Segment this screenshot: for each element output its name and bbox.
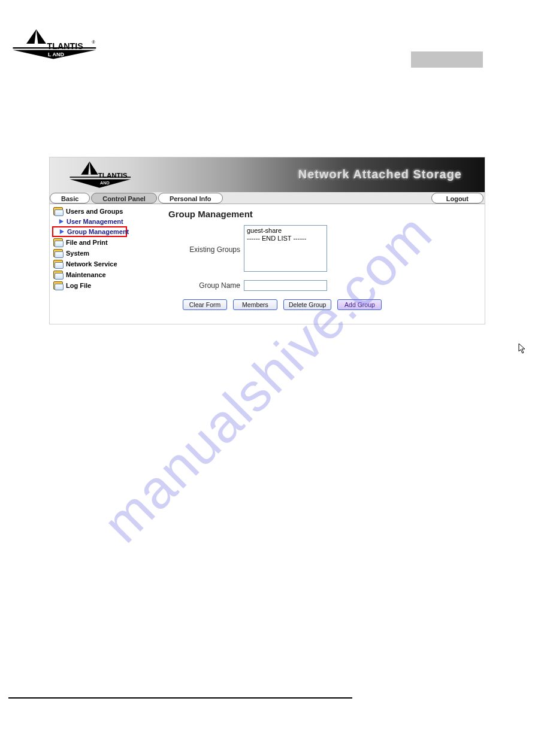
folder-icon bbox=[53, 238, 63, 247]
svg-text:®: ® bbox=[92, 40, 95, 44]
delete-group-button[interactable]: Delete Group bbox=[283, 299, 331, 310]
cursor-icon bbox=[518, 343, 527, 356]
row-group-name: Group Name bbox=[166, 280, 477, 291]
sidebar-item-label: Group Management bbox=[67, 228, 129, 235]
page-title: Group Management bbox=[168, 209, 477, 219]
brand-logo-banner: TLANTIS AND bbox=[67, 159, 132, 192]
list-item[interactable]: guest-share bbox=[247, 227, 324, 235]
header-grey-box bbox=[411, 51, 483, 68]
add-group-button[interactable]: Add Group bbox=[337, 299, 382, 310]
sidebar-item-log-file[interactable]: Log File bbox=[52, 280, 156, 291]
label-existing-groups: Existing Groups bbox=[166, 244, 244, 254]
sidebar-item-maintenance[interactable]: Maintenance bbox=[52, 269, 156, 280]
sidebar-item-label: System bbox=[66, 250, 89, 257]
sidebar-item-label: Users and Groups bbox=[66, 208, 123, 215]
sidebar-item-group-management[interactable]: Group Management bbox=[52, 226, 127, 237]
sidebar-item-users-and-groups[interactable]: Users and Groups bbox=[52, 206, 156, 217]
brand-logo-outer: TLANTIS ® AND L bbox=[8, 28, 98, 66]
bullet-icon bbox=[59, 219, 64, 224]
sidebar-item-label: Network Service bbox=[66, 260, 117, 268]
members-button[interactable]: Members bbox=[233, 299, 277, 310]
folder-icon bbox=[53, 260, 63, 268]
folder-icon bbox=[53, 271, 63, 279]
bullet-icon bbox=[59, 229, 64, 234]
banner: TLANTIS AND Network Attached Storage bbox=[50, 157, 485, 192]
folder-icon bbox=[53, 207, 63, 215]
existing-groups-listbox[interactable]: guest-share ------ END LIST ------ bbox=[244, 225, 327, 272]
tab-basic[interactable]: Basic bbox=[50, 193, 90, 204]
sidebar-item-label: Log File bbox=[66, 282, 91, 289]
admin-ui-screenshot: TLANTIS AND Network Attached Storage Bas… bbox=[49, 157, 485, 324]
main-panel: Group Management Existing Groups guest-s… bbox=[159, 204, 485, 324]
svg-text:TLANTIS: TLANTIS bbox=[98, 172, 128, 179]
sidebar-item-system[interactable]: System bbox=[52, 248, 156, 259]
atlantis-land-banner-icon: TLANTIS AND bbox=[67, 159, 132, 192]
tab-logout[interactable]: Logout bbox=[431, 193, 483, 204]
sidebar-item-label: File and Print bbox=[66, 239, 108, 246]
button-row: Clear Form Members Delete Group Add Grou… bbox=[183, 299, 477, 310]
tab-bar: Basic Control Panel Personal Info Logout bbox=[50, 192, 485, 204]
folder-icon bbox=[53, 281, 63, 290]
clear-form-button[interactable]: Clear Form bbox=[183, 299, 227, 310]
group-name-input[interactable] bbox=[244, 280, 327, 291]
label-group-name: Group Name bbox=[166, 281, 244, 290]
tab-control-panel[interactable]: Control Panel bbox=[91, 193, 157, 204]
list-item[interactable]: ------ END LIST ------ bbox=[247, 235, 324, 242]
footer-divider bbox=[8, 697, 352, 699]
atlantis-land-logo-icon: TLANTIS ® AND L bbox=[8, 28, 98, 63]
svg-text:L: L bbox=[48, 51, 52, 57]
svg-text:AND: AND bbox=[100, 181, 109, 186]
row-existing-groups: Existing Groups guest-share ------ END L… bbox=[166, 225, 477, 272]
sidebar-item-file-and-print[interactable]: File and Print bbox=[52, 237, 156, 248]
tab-personal-info[interactable]: Personal Info bbox=[158, 193, 223, 204]
svg-text:TLANTIS: TLANTIS bbox=[47, 41, 83, 51]
sidebar: Users and Groups User Management Group M… bbox=[50, 204, 159, 324]
banner-title: Network Attached Storage bbox=[298, 168, 462, 181]
folder-icon bbox=[53, 249, 63, 257]
svg-text:AND: AND bbox=[53, 51, 65, 57]
sidebar-item-label: Maintenance bbox=[66, 271, 106, 278]
sidebar-item-label: User Management bbox=[67, 218, 123, 225]
sidebar-item-network-service[interactable]: Network Service bbox=[52, 259, 156, 269]
sidebar-item-user-management[interactable]: User Management bbox=[52, 217, 156, 226]
